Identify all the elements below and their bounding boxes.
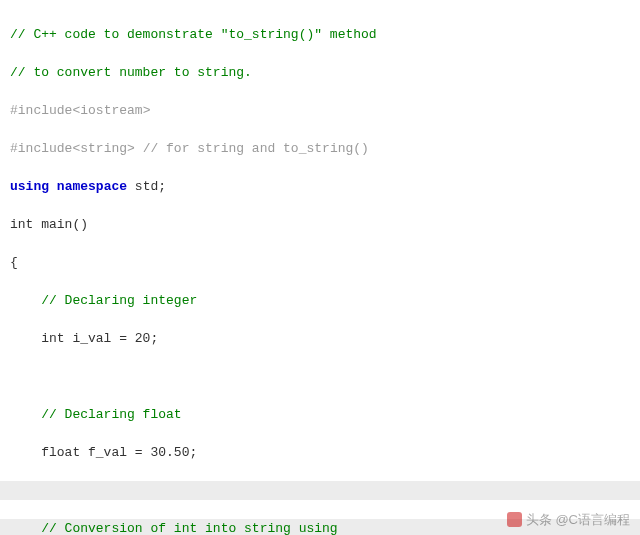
keyword-namespace: namespace	[57, 179, 127, 194]
preprocessor: #include	[10, 141, 72, 156]
comment-line: // Declaring integer	[10, 293, 197, 308]
include-header: <string>	[72, 141, 134, 156]
include-header: <iostream>	[72, 103, 150, 118]
highlight-line	[0, 481, 640, 500]
code-text: float f_val = 30.50;	[10, 445, 197, 460]
brace-open: {	[10, 255, 18, 270]
comment-line: // to convert number to string.	[10, 65, 252, 80]
space	[49, 179, 57, 194]
blank-line	[10, 367, 636, 386]
preprocessor: #include	[10, 103, 72, 118]
watermark-icon	[507, 512, 522, 527]
comment-inline: // for string and to_string()	[135, 141, 369, 156]
comment-line: // C++ code to demonstrate "to_string()"…	[10, 27, 377, 42]
code-block: // C++ code to demonstrate "to_string()"…	[0, 0, 640, 535]
code-text: std;	[127, 179, 166, 194]
code-text: int main()	[10, 217, 88, 232]
watermark-text: 头条 @C语言编程	[526, 510, 630, 529]
comment-line: // Conversion of int into string using	[10, 521, 338, 535]
watermark: 头条 @C语言编程	[507, 510, 630, 529]
keyword-using: using	[10, 179, 49, 194]
comment-line: // Declaring float	[10, 407, 182, 422]
code-text: int i_val = 20;	[10, 331, 158, 346]
